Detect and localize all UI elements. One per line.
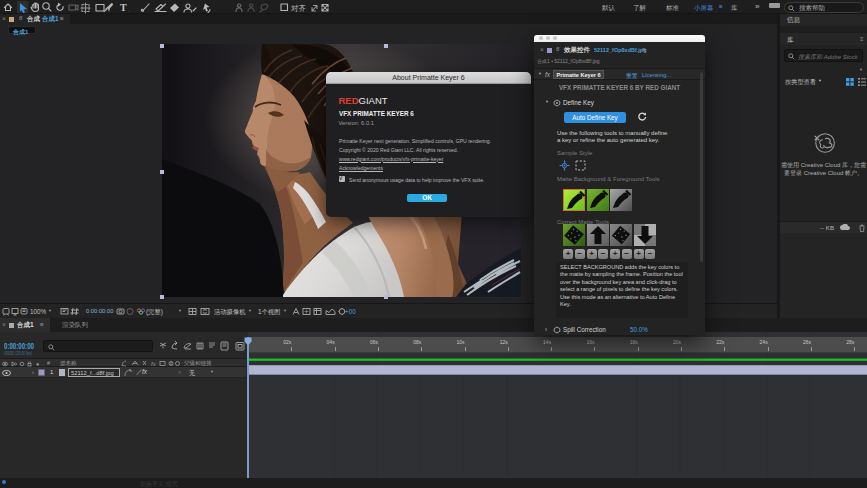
svg-text:对齐: 对齐 bbox=[291, 4, 306, 13]
svg-text:fx: fx bbox=[151, 361, 157, 367]
svg-text:.: . bbox=[128, 7, 129, 13]
svg-text:T: T bbox=[120, 2, 127, 13]
